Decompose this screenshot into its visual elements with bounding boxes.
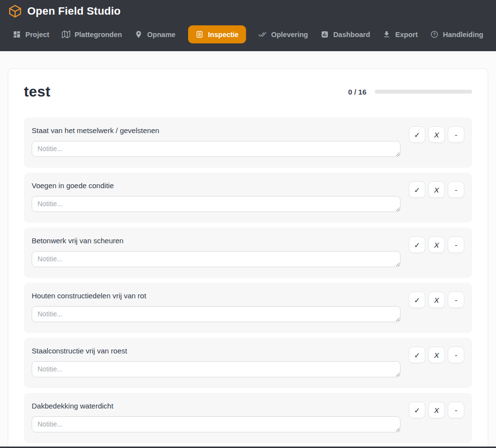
checklist-item: Houten constructiedelen vrij van rot ✓ X… — [24, 283, 472, 333]
nav-item-dashboard[interactable]: Dashboard — [321, 25, 370, 43]
item-left: Voegen in goede conditie — [32, 181, 401, 212]
item-actions: ✓ X - — [409, 292, 464, 308]
nav-item-handleiding[interactable]: ? Handleiding — [430, 25, 483, 43]
progress-bar — [375, 90, 472, 94]
dash-button[interactable]: - — [448, 292, 464, 308]
dash-button[interactable]: - — [448, 236, 464, 253]
svg-text:?: ? — [433, 32, 436, 37]
cross-button[interactable]: X — [428, 126, 445, 143]
item-actions: ✓ X - — [409, 126, 464, 143]
cross-button[interactable]: X — [428, 402, 445, 418]
progress-count: 0 / 16 — [348, 88, 366, 96]
top-bar: Open Field Studio Project Plattegronden … — [0, 0, 496, 51]
cross-button[interactable]: X — [428, 236, 445, 253]
dash-button[interactable]: - — [448, 126, 464, 143]
nav-item-plattegronden[interactable]: Plattegronden — [62, 25, 122, 43]
inspection-card: test 0 / 16 Staat van het metselwerk / g… — [8, 68, 488, 448]
nav-item-oplevering[interactable]: Oplevering — [258, 25, 308, 43]
pin-icon — [134, 30, 143, 39]
note-input[interactable] — [32, 196, 401, 212]
nav-item-export[interactable]: Export — [382, 25, 418, 43]
double-check-icon — [258, 30, 267, 39]
dash-button[interactable]: - — [448, 402, 464, 418]
check-button[interactable]: ✓ — [409, 181, 425, 198]
grid-icon — [13, 30, 21, 39]
nav-item-project[interactable]: Project — [13, 25, 49, 43]
page-body: test 0 / 16 Staat van het metselwerk / g… — [0, 51, 496, 448]
check-button[interactable]: ✓ — [409, 236, 425, 253]
cross-button[interactable]: X — [428, 347, 445, 363]
progress-group: 0 / 16 — [348, 88, 472, 96]
dash-button[interactable]: - — [448, 181, 464, 198]
nav-item-inspectie[interactable]: Inspectie — [188, 25, 246, 43]
download-icon — [382, 30, 391, 39]
checklist-item: Betonwerk vrij van scheuren ✓ X - — [24, 228, 472, 278]
checklist-item: Staalconstructie vrij van roest ✓ X - — [24, 338, 472, 388]
item-label: Dakbedekking waterdicht — [32, 402, 401, 410]
item-actions: ✓ X - — [409, 181, 464, 198]
brand-title: Open Field Studio — [27, 5, 121, 18]
checklist-item: Staat van het metselwerk / gevelstenen ✓… — [24, 117, 472, 168]
page-title: test — [24, 83, 51, 100]
cross-button[interactable]: X — [428, 292, 445, 308]
card-header: test 0 / 16 — [24, 83, 472, 100]
cross-button[interactable]: X — [428, 181, 445, 198]
item-actions: ✓ X - — [409, 347, 464, 363]
item-left: Betonwerk vrij van scheuren — [32, 236, 401, 267]
item-label: Staat van het metselwerk / gevelstenen — [32, 126, 401, 135]
cube-icon — [8, 4, 22, 18]
item-label: Betonwerk vrij van scheuren — [32, 236, 401, 245]
note-input[interactable] — [32, 416, 401, 432]
map-icon — [62, 30, 70, 39]
checklist-item: Voegen in goede conditie ✓ X - — [24, 173, 472, 223]
item-left: Staat van het metselwerk / gevelstenen — [32, 126, 401, 157]
item-left: Dakbedekking waterdicht — [32, 402, 401, 432]
check-button[interactable]: ✓ — [409, 292, 425, 308]
item-label: Houten constructiedelen vrij van rot — [32, 292, 401, 300]
main-nav: Project Plattegronden Opname Inspectie O… — [0, 25, 496, 43]
item-label: Staalconstructie vrij van roest — [32, 347, 401, 355]
dash-button[interactable]: - — [448, 347, 464, 363]
item-left: Staalconstructie vrij van roest — [32, 347, 401, 377]
help-icon: ? — [430, 30, 439, 39]
item-actions: ✓ X - — [409, 402, 464, 418]
note-input[interactable] — [32, 251, 401, 267]
item-left: Houten constructiedelen vrij van rot — [32, 292, 401, 322]
note-input[interactable] — [32, 361, 401, 377]
clipboard-icon — [195, 30, 204, 39]
bar-chart-icon — [321, 30, 329, 39]
nav-item-opname[interactable]: Opname — [134, 25, 175, 43]
check-button[interactable]: ✓ — [409, 126, 425, 143]
item-label: Voegen in goede conditie — [32, 181, 401, 190]
check-button[interactable]: ✓ — [409, 347, 425, 363]
brand-row: Open Field Studio — [0, 2, 496, 20]
checklist: Staat van het metselwerk / gevelstenen ✓… — [24, 117, 472, 443]
check-button[interactable]: ✓ — [409, 402, 425, 418]
note-input[interactable] — [32, 306, 401, 322]
item-actions: ✓ X - — [409, 236, 464, 253]
checklist-item: Dakbedekking waterdicht ✓ X - — [24, 393, 472, 443]
note-input[interactable] — [32, 141, 401, 157]
